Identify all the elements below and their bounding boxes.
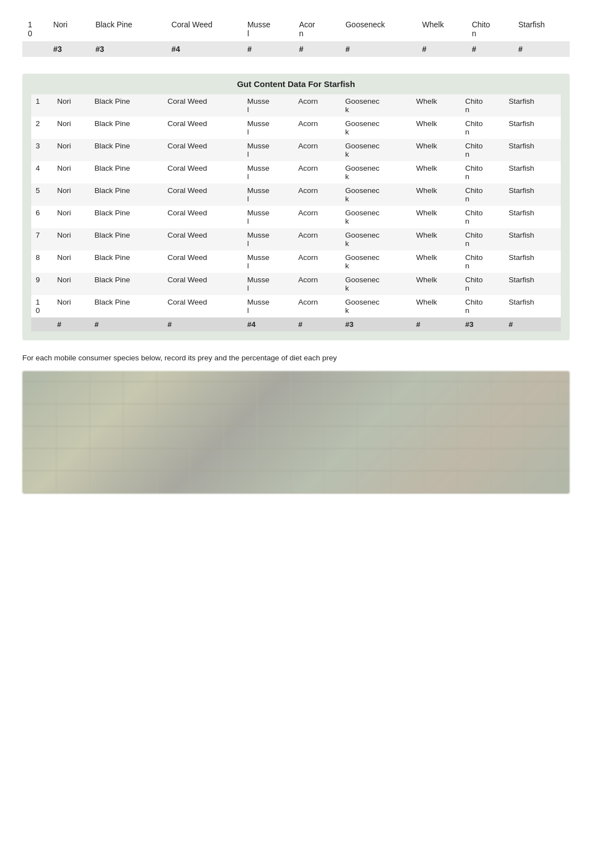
gut-table-cell: Gooseneck	[341, 250, 411, 273]
gut-table-total-cell: #	[412, 317, 461, 331]
gut-table-cell: Mussel	[243, 117, 294, 139]
gut-table-total-cell: #	[504, 317, 561, 331]
gut-table-cell: Starfish	[504, 228, 561, 250]
gut-table-row: 8NoriBlack PineCoral WeedMusselAcornGoos…	[31, 250, 561, 273]
gut-table-cell: Gooseneck	[341, 94, 411, 117]
gut-table-cell: Mussel	[243, 228, 294, 250]
gut-table-total-cell: #4	[243, 317, 294, 331]
gut-table-cell: Coral Weed	[163, 139, 243, 161]
gut-table-cell: Chiton	[460, 94, 504, 117]
gut-table-row: 5NoriBlack PineCoral WeedMusselAcornGoos…	[31, 184, 561, 206]
gut-table-totals-row: ####4##3##3#	[31, 317, 561, 331]
gut-table-cell: Black Pine	[90, 184, 163, 206]
gut-table-cell: 10	[31, 295, 53, 317]
gut-table-cell: Starfish	[504, 184, 561, 206]
gut-table-cell: Whelk	[412, 273, 461, 295]
gut-table-cell: Starfish	[504, 161, 561, 184]
gut-table-cell: Black Pine	[90, 228, 163, 250]
gut-table-title: Gut Content Data For Starfish	[31, 79, 561, 89]
gut-table-row: 4NoriBlack PineCoral WeedMusselAcornGoos…	[31, 161, 561, 184]
gut-table-cell: Whelk	[412, 117, 461, 139]
summary-num: 10	[22, 17, 47, 41]
gut-table-cell: Black Pine	[90, 250, 163, 273]
gut-table-cell: Starfish	[504, 139, 561, 161]
blurred-image-section	[22, 371, 570, 494]
gut-table-cell: Acorn	[294, 273, 341, 295]
diet-note: For each mobile consumer species below, …	[22, 354, 570, 362]
summary-totals-num	[22, 41, 47, 57]
gut-table-cell: Whelk	[412, 139, 461, 161]
gut-table-cell: Mussel	[243, 139, 294, 161]
gut-table-cell: Nori	[53, 295, 90, 317]
gut-table-cell: 8	[31, 250, 53, 273]
gut-table-cell: 5	[31, 184, 53, 206]
gut-table-cell: Gooseneck	[341, 295, 411, 317]
gut-table-cell: Whelk	[412, 206, 461, 228]
gut-table-cell: Whelk	[412, 295, 461, 317]
gut-table-total-cell: #	[53, 317, 90, 331]
summary-totals-row: #3 #3 #4 # # # # # #	[22, 41, 570, 57]
gut-table-cell: 2	[31, 117, 53, 139]
summary-coralweed: Coral Weed	[166, 17, 241, 41]
summary-blackpine: Black Pine	[90, 17, 166, 41]
gut-table-cell: 6	[31, 206, 53, 228]
gut-table-cell: Gooseneck	[341, 228, 411, 250]
gut-table-cell: Whelk	[412, 184, 461, 206]
summary-totals-chiton: #	[466, 41, 512, 57]
gut-table-cell: Acorn	[294, 117, 341, 139]
gut-table-cell: Nori	[53, 273, 90, 295]
gut-table-cell: Starfish	[504, 94, 561, 117]
gut-table-cell: Acorn	[294, 139, 341, 161]
gut-table-cell: Black Pine	[90, 117, 163, 139]
gut-table-cell: Mussel	[243, 94, 294, 117]
gut-table-cell: Whelk	[412, 94, 461, 117]
gut-table-cell: Coral Weed	[163, 206, 243, 228]
gut-table-cell: Acorn	[294, 228, 341, 250]
summary-mussel: Mussel	[242, 17, 294, 41]
gut-table-cell: Chiton	[460, 228, 504, 250]
gut-table-cell: Whelk	[412, 250, 461, 273]
gut-table-cell: Coral Weed	[163, 295, 243, 317]
gut-table-cell: 4	[31, 161, 53, 184]
gut-table-cell: Acorn	[294, 184, 341, 206]
gut-table-cell: Gooseneck	[341, 139, 411, 161]
summary-table: 10 Nori Black Pine Coral Weed Mussel Aco…	[22, 17, 570, 57]
gut-table-cell: Starfish	[504, 117, 561, 139]
summary-header-row: 10 Nori Black Pine Coral Weed Mussel Aco…	[22, 17, 570, 41]
summary-totals-starfish: #	[513, 41, 570, 57]
gut-table-cell: Gooseneck	[341, 184, 411, 206]
gut-table-cell: Chiton	[460, 206, 504, 228]
gut-table-cell: Nori	[53, 228, 90, 250]
gut-table-cell: Chiton	[460, 184, 504, 206]
gut-table-cell: 9	[31, 273, 53, 295]
gut-table-cell: Chiton	[460, 250, 504, 273]
gut-table-cell: Chiton	[460, 117, 504, 139]
gut-table-cell: Coral Weed	[163, 117, 243, 139]
summary-totals-mussel: #	[242, 41, 294, 57]
gut-table-cell: Coral Weed	[163, 161, 243, 184]
gut-table-cell: Mussel	[243, 206, 294, 228]
gut-table-cell: Acorn	[294, 94, 341, 117]
gut-table-cell: Starfish	[504, 295, 561, 317]
gut-table-cell: Nori	[53, 206, 90, 228]
gut-table-cell: Starfish	[504, 206, 561, 228]
gut-table-total-cell: #	[163, 317, 243, 331]
summary-gooseneck: Gooseneck	[340, 17, 417, 41]
gut-table-cell: Mussel	[243, 250, 294, 273]
summary-totals-whelk: #	[416, 41, 466, 57]
gut-table-row: 1NoriBlack PineCoral WeedMusselAcornGoos…	[31, 94, 561, 117]
gut-table-cell: Nori	[53, 250, 90, 273]
gut-table-row: 2NoriBlack PineCoral WeedMusselAcornGoos…	[31, 117, 561, 139]
gut-table-cell: Mussel	[243, 273, 294, 295]
gut-table-cell: Mussel	[243, 295, 294, 317]
gut-table-total-cell: #3	[460, 317, 504, 331]
summary-totals-acorn: #	[293, 41, 339, 57]
gut-table-row: 10NoriBlack PineCoral WeedMusselAcornGoo…	[31, 295, 561, 317]
gut-table-cell: Coral Weed	[163, 228, 243, 250]
summary-totals-blackpine: #3	[90, 41, 166, 57]
summary-totals-coralweed: #4	[166, 41, 241, 57]
gut-table-cell: Chiton	[460, 161, 504, 184]
gut-table-cell: Gooseneck	[341, 117, 411, 139]
gut-table-cell: Acorn	[294, 295, 341, 317]
gut-table-cell: Nori	[53, 94, 90, 117]
